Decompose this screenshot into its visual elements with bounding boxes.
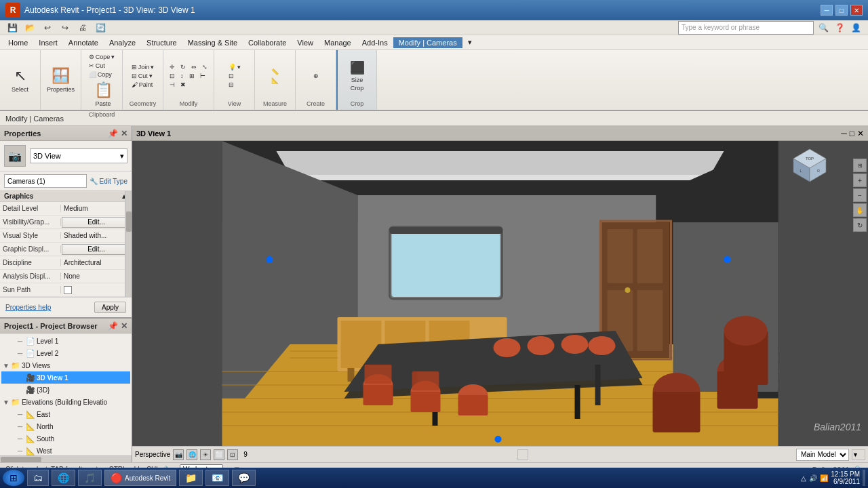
type-dropdown[interactable]: 3D View ▾	[30, 148, 127, 163]
menu-addins[interactable]: Add-Ins	[357, 37, 393, 48]
tree-item-3dviews[interactable]: ▼ 📁 3D Views	[1, 359, 130, 371]
view-extra-button[interactable]: ⊟	[226, 81, 243, 89]
menu-home[interactable]: Home	[3, 37, 33, 48]
section-box-button[interactable]: ⊡	[226, 72, 243, 80]
tree-item-level2[interactable]: ─ 📄 Level 2	[1, 347, 130, 359]
menu-analyze[interactable]: Analyze	[104, 37, 141, 48]
camera-button[interactable]: 📷	[173, 449, 184, 460]
redo-button[interactable]: ↪	[58, 22, 72, 34]
start-button[interactable]: ⊞	[3, 470, 24, 486]
delete-button[interactable]: ✖	[178, 81, 188, 89]
taskbar-itunes[interactable]: 🎵	[78, 470, 102, 486]
maximize-button[interactable]: □	[835, 5, 848, 16]
close-button[interactable]: ✕	[850, 5, 863, 16]
help-button[interactable]: ❓	[833, 22, 846, 34]
taskbar-chat[interactable]: 💬	[232, 470, 256, 486]
zoom-out-button[interactable]: −	[853, 188, 867, 202]
taskbar-browser[interactable]: 🌐	[52, 470, 75, 486]
visibility-edit-button[interactable]: Edit...	[62, 217, 131, 228]
panel-close-button[interactable]: ✕	[121, 129, 127, 138]
paint-button[interactable]: 🖌 Paint	[130, 81, 157, 89]
paste-button[interactable]: 📋 Paste	[88, 79, 118, 110]
sun-path-checkbox[interactable]	[64, 286, 72, 294]
join-button[interactable]: ⊞ Join ▾	[130, 63, 157, 71]
taskbar-revit[interactable]: 🔴 Autodesk Revit	[104, 470, 176, 486]
panel-pin-button[interactable]: 📌	[108, 129, 118, 138]
sync-button[interactable]: 🔄	[94, 22, 107, 34]
scale-button[interactable]: ⤡	[200, 63, 210, 71]
menu-extra[interactable]: ▾	[462, 37, 477, 48]
tree-item-south[interactable]: ─ 📐 South	[1, 432, 130, 445]
cope-button[interactable]: ⚙ Cope ▾	[87, 53, 117, 61]
tree-item-level1[interactable]: ─ 📄 Level 1	[1, 335, 130, 347]
section-box-btn[interactable]: ⊡	[227, 449, 238, 460]
create-button[interactable]: ⊕	[311, 72, 321, 80]
graphics-section-header[interactable]: Graphics ▲	[0, 191, 132, 202]
menu-insert[interactable]: Insert	[33, 37, 63, 48]
graphic-displ-edit-button[interactable]: Edit...	[62, 244, 131, 255]
tree-item-elevations[interactable]: ▼ 📁 Elevations (Building Elevatio	[1, 396, 130, 408]
zoom-all-button[interactable]: ⊞	[853, 159, 867, 172]
nav-wheel[interactable]	[517, 449, 528, 460]
lights-button[interactable]: 💡 ▾	[226, 63, 243, 71]
zoom-in-button[interactable]: +	[853, 174, 867, 187]
3d-viewport[interactable]: TOP L R ⊞ + − ✋ ↻ Balian2011	[132, 141, 868, 446]
viewport-restore-button[interactable]: □	[850, 129, 854, 138]
mirror-x-button[interactable]: ⇔	[189, 63, 199, 71]
project-browser-pin-button[interactable]: 📌	[108, 321, 118, 331]
menu-modify-cameras[interactable]: Modify | Cameras	[393, 37, 462, 48]
new-button[interactable]: 💾	[5, 22, 19, 34]
apply-button[interactable]: Apply	[94, 302, 126, 313]
model-selector[interactable]: Main Model	[796, 449, 849, 461]
trim-button[interactable]: ⊢	[198, 72, 208, 80]
move-button[interactable]: ✛	[167, 63, 177, 71]
orbit-button[interactable]: ↻	[853, 218, 867, 232]
properties-button[interactable]: 🪟 Properties	[46, 64, 76, 96]
viewport-minimize-button[interactable]: ─	[841, 129, 847, 138]
cut-button[interactable]: ✂ Cut	[87, 62, 117, 70]
copy-button[interactable]: ⬜ Copy	[87, 70, 114, 79]
menu-structure[interactable]: Structure	[141, 37, 182, 48]
rotate-button[interactable]: ↻	[178, 63, 188, 71]
sign-in-button[interactable]: 👤	[849, 22, 863, 34]
render-button[interactable]: 🌐	[186, 449, 197, 460]
search-button[interactable]: 🔍	[816, 22, 830, 34]
minimize-button[interactable]: ─	[821, 5, 833, 16]
measure-dist-button[interactable]: 📏	[269, 68, 281, 76]
menu-view[interactable]: View	[292, 37, 319, 48]
tree-item-north[interactable]: ─ 📐 North	[1, 420, 130, 432]
select-button[interactable]: ↖ Select	[5, 64, 35, 96]
tree-item-east[interactable]: ─ 📐 East	[1, 408, 130, 420]
view-cube[interactable]: TOP L R	[792, 148, 827, 183]
tree-item-west[interactable]: ─ 📐 West	[1, 445, 130, 455]
undo-button[interactable]: ↩	[41, 22, 54, 34]
shadows-button[interactable]: ☀	[200, 449, 211, 460]
edit-type-button[interactable]: 🔧 Edit Type	[90, 178, 127, 185]
measure-angle-button[interactable]: 📐	[269, 77, 281, 85]
taskbar-folder[interactable]: 📁	[179, 470, 203, 486]
taskbar-explorer[interactable]: 🗂	[27, 470, 49, 486]
menu-massing[interactable]: Massing & Site	[182, 37, 243, 48]
project-browser-close-button[interactable]: ✕	[121, 321, 127, 331]
filter-button[interactable]: ▼	[852, 449, 865, 460]
instance-dropdown[interactable]: Cameras (1)	[4, 174, 87, 188]
size-crop-button[interactable]: ⬛ Size Crop	[342, 58, 372, 94]
tree-item-3dview1[interactable]: 🎥 3D View 1	[1, 371, 130, 384]
viewport-close-button[interactable]: ✕	[857, 129, 864, 138]
cut-geom-button[interactable]: ⊟ Cut ▾	[130, 72, 157, 80]
array-button[interactable]: ⊞	[187, 72, 197, 80]
taskbar-mail[interactable]: 📧	[205, 470, 229, 486]
mirror-y-button[interactable]: ↕	[178, 72, 186, 80]
offset-button[interactable]: ⊡	[167, 72, 177, 80]
open-button[interactable]: 📂	[23, 22, 37, 34]
menu-manage[interactable]: Manage	[319, 37, 357, 48]
split-button[interactable]: ⊣	[167, 81, 177, 89]
pan-button[interactable]: ✋	[853, 203, 867, 217]
crop-btn[interactable]: ⬜	[214, 449, 224, 460]
tree-item-3d[interactable]: 🎥 {3D}	[1, 384, 130, 396]
search-bar[interactable]: Type a keyword or phrase	[678, 21, 814, 35]
menu-annotate[interactable]: Annotate	[63, 37, 104, 48]
menu-collaborate[interactable]: Collaborate	[243, 37, 292, 48]
show-desktop-button[interactable]	[863, 470, 865, 486]
properties-help-link[interactable]: Properties help	[5, 304, 51, 311]
